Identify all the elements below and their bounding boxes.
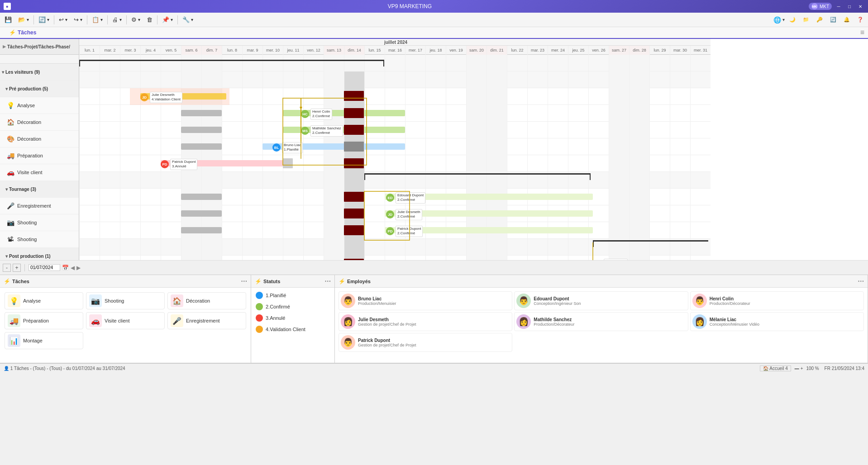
emp-melanie-avatar: 👩 <box>692 314 707 329</box>
day-23: mar. 23 <box>527 46 548 55</box>
toolbar-folder2[interactable]: 📁 <box>800 14 812 26</box>
toolbar-delete[interactable]: 🗑 <box>144 14 155 26</box>
employes-panel: ⚡ Employés ⋯ 👨 Bruno Liac Production/Men… <box>335 275 868 363</box>
taches-panel-menu[interactable]: ⋯ <box>241 278 247 285</box>
emp-julie-info: Julie Desmeth Gestion de projet/Chef de … <box>358 317 510 327</box>
zoom-out-btn[interactable]: - <box>3 264 11 272</box>
emp-bruno[interactable]: 👨 Bruno Liac Production/Menuisier <box>339 291 512 310</box>
toolbar-refresh[interactable]: 🔄▾ <box>36 14 52 26</box>
gantt-row-enregistrement <box>79 189 711 205</box>
tache-shooting-icon: 📷 <box>89 294 102 307</box>
toolbar-undo[interactable]: ↩▾ <box>56 14 70 26</box>
emp-edouard-avatar: 👨 <box>516 294 531 308</box>
statusbar-right: 🏠 Accueil 4 ─ + 100 % FR 21/05/2024 13:4 <box>760 365 864 372</box>
toolbar-save[interactable]: 💾 <box>2 14 14 26</box>
task-preparation-icon: 🚚 <box>5 151 15 161</box>
emp-melanie[interactable]: 👩 Mélanie Liac Conception/Ménusier Vidéo <box>690 312 864 331</box>
nav-right-icon[interactable]: ▶ <box>76 265 81 271</box>
restore-button[interactable]: □ <box>845 2 854 10</box>
task-analyse-icon: 💡 <box>5 100 15 110</box>
toolbar-open[interactable]: 📂▾ <box>15 14 32 26</box>
toolbar-moon[interactable]: 🌙 <box>787 14 798 26</box>
tache-item-preparation[interactable]: 🚚 Préparation <box>5 312 83 329</box>
task-decoration-1[interactable]: 🏠 Décoration <box>0 114 79 131</box>
task-shooting-1[interactable]: 📷 Shooting <box>0 214 79 231</box>
emp-edouard-info: Edouard Dupont Conception/Ingénieur Son <box>534 296 686 306</box>
toolbar-help[interactable]: ❓ <box>854 14 866 26</box>
tab-taches[interactable]: ⚡ Tâches <box>4 27 42 39</box>
toolbar-redo[interactable]: ↪▾ <box>71 14 85 26</box>
gantt-row-preparation <box>79 138 711 155</box>
status-validation[interactable]: 4.Validation Client <box>254 324 332 334</box>
task-visite-client-icon: 🚗 <box>5 167 15 177</box>
tache-item-shooting[interactable]: 📷 Shooting <box>86 292 165 309</box>
tache-item-decoration[interactable]: 🏠 Décoration <box>167 292 246 309</box>
status-planifie[interactable]: 1.Planifié <box>254 290 332 300</box>
tab-header: ⚡ Tâches ≡ <box>0 27 868 39</box>
app-logo: ■ <box>4 3 11 10</box>
status-confirme[interactable]: 2.Confirmé <box>254 302 332 312</box>
titlebar: ■ VP9 MARKETING MK MKT ─ □ ✕ <box>0 0 868 13</box>
task-analyse[interactable]: 💡 Analyse <box>0 97 79 114</box>
tache-item-visite[interactable]: 🚗 Visite client <box>86 312 165 329</box>
toolbar-print[interactable]: 🖨▾ <box>110 14 124 26</box>
group-tournage[interactable]: ▾ Tournage (3) <box>0 181 79 198</box>
toolbar-link[interactable]: 📌▾ <box>159 14 176 26</box>
zoom-out-status[interactable]: ─ <box>795 365 799 372</box>
task-preparation[interactable]: 🚚 Préparation <box>0 147 79 164</box>
calendar-icon[interactable]: 📅 <box>62 265 69 271</box>
toolbar-bell[interactable]: 🔔 <box>841 14 853 26</box>
toolbar-view[interactable]: 📋▾ <box>89 14 105 26</box>
tache-item-analyse[interactable]: 💡 Analyse <box>5 292 83 309</box>
toolbar-tools[interactable]: 🔧▾ <box>180 14 196 26</box>
day-28: dim. 28 <box>629 46 649 55</box>
gantt-row-analyse <box>79 88 711 105</box>
tache-item-montage[interactable]: 📊 Montage <box>5 332 83 349</box>
day-30: mar. 30 <box>670 46 690 55</box>
gantt-row-tournage <box>79 172 711 189</box>
tache-analyse-icon: 💡 <box>8 294 20 307</box>
tab-expand[interactable]: ≡ <box>860 28 864 37</box>
task-visite-client[interactable]: 🚗 Visite client <box>0 164 79 181</box>
zoom-in-btn[interactable]: + <box>13 264 21 272</box>
gantt-row-post <box>79 239 711 256</box>
task-shooting-2[interactable]: 📽 Shooting <box>0 231 79 248</box>
tache-item-enregistrement[interactable]: 🎤 Enregistrement <box>167 312 246 329</box>
taches-panel: ⚡ Tâches ⋯ 💡 Analyse 📷 Shooting 🏠 Dé <box>0 275 251 363</box>
group-post-production[interactable]: ▾ Post production (1) <box>0 248 79 260</box>
emp-henri[interactable]: 👨 Henri Colin Production/Décorateur <box>690 291 864 310</box>
employes-panel-icon: ⚡ <box>339 278 345 285</box>
start-date-input[interactable] <box>29 264 60 271</box>
day-20: sam. 20 <box>466 46 486 55</box>
status-panel-icon: ⚡ <box>255 278 262 285</box>
group-les-visiteurs[interactable]: ▾ Les visiteurs (9) <box>0 64 79 81</box>
nav-left-icon[interactable]: ◀ <box>71 265 75 271</box>
employes-panel-menu[interactable]: ⋯ <box>858 278 864 285</box>
minimize-button[interactable]: ─ <box>835 2 843 10</box>
toolbar-key[interactable]: 🔑 <box>814 14 825 26</box>
task-decoration-2[interactable]: 🎨 Décoration <box>0 131 79 147</box>
status-annule[interactable]: 3.Annulé <box>254 313 332 323</box>
task-enregistrement[interactable]: 🎤 Enregistrement <box>0 198 79 214</box>
close-button[interactable]: ✕ <box>856 2 864 10</box>
status-panel-menu[interactable]: ⋯ <box>324 278 331 285</box>
status-panel: ⚡ Statuts ⋯ 1.Planifié 2.Confirmé 3.Annu… <box>251 275 335 363</box>
task-shooting2-icon: 📽 <box>5 234 15 244</box>
zoom-plus[interactable]: + <box>801 366 803 371</box>
emp-mathilde[interactable]: 👩 Mathilde Sanchez Production/Décorateur <box>514 312 688 331</box>
taches-panel-body: 💡 Analyse 📷 Shooting 🏠 Décoration 🚚 Prép… <box>0 288 251 363</box>
statusbar-left: 👤 1 Tâches - (Tous) - (Tous) - du 01/07/… <box>4 366 125 371</box>
titlebar-title: VP9 MARKETING <box>388 3 432 9</box>
emp-julie[interactable]: 👩 Julie Desmeth Gestion de projet/Chef d… <box>339 312 512 331</box>
day-12: ven. 12 <box>303 46 324 55</box>
emp-edouard[interactable]: 👨 Edouard Dupont Conception/Ingénieur So… <box>514 291 688 310</box>
toolbar-sync[interactable]: 🔄 <box>827 14 839 26</box>
day-29: lun. 29 <box>649 46 670 55</box>
lower-panels: ⚡ Tâches ⋯ 💡 Analyse 📷 Shooting 🏠 Dé <box>0 275 868 363</box>
gantt-right-panel[interactable]: juillet 2024 lun. 1 mar. 2 mer. 3 jeu. 4… <box>79 39 868 260</box>
toolbar-settings[interactable]: ⚙▾ <box>129 14 143 26</box>
task-decoration2-icon: 🎨 <box>5 134 15 144</box>
group-pre-production[interactable]: ▾ Pré production (5) <box>0 81 79 97</box>
gantt-row-decoration2 <box>79 122 711 138</box>
emp-patrick[interactable]: 👨 Patrick Dupont Gestion de projet/Chef … <box>339 333 512 352</box>
